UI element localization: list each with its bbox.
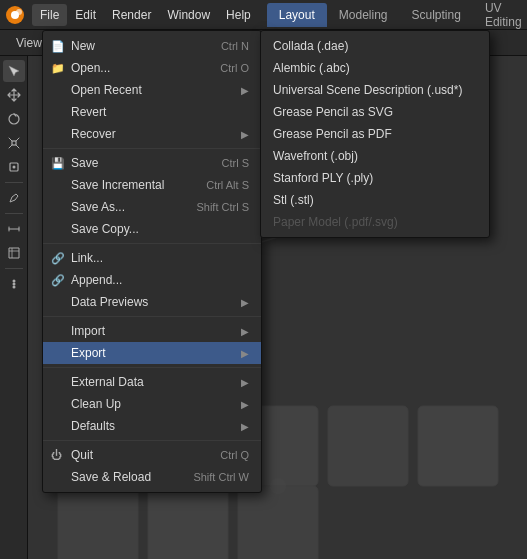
menu-edit[interactable]: Edit — [67, 4, 104, 26]
export-collada[interactable]: Collada (.dae) — [261, 35, 489, 57]
tool-separator-2 — [5, 213, 23, 214]
separator-2 — [43, 243, 261, 244]
tool-annotate[interactable] — [3, 187, 25, 209]
save-icon: 💾 — [51, 157, 65, 170]
menu-new[interactable]: 📄 New Ctrl N — [43, 35, 261, 57]
left-toolbar — [0, 56, 28, 559]
tool-transform[interactable] — [3, 156, 25, 178]
svg-rect-4 — [12, 141, 16, 145]
open-icon: 📁 — [51, 62, 65, 75]
export-arrow: ▶ — [241, 348, 249, 359]
tool-extra[interactable] — [3, 273, 25, 295]
menu-open[interactable]: 📁 Open... Ctrl O — [43, 57, 261, 79]
menu-save-copy[interactable]: Save Copy... — [43, 218, 261, 240]
menu-revert[interactable]: Revert — [43, 101, 261, 123]
file-menu-dropdown: 📄 New Ctrl N 📁 Open... Ctrl O Open Recen… — [42, 30, 262, 493]
svg-rect-15 — [58, 486, 138, 559]
export-alembic[interactable]: Alembic (.abc) — [261, 57, 489, 79]
separator-1 — [43, 148, 261, 149]
svg-point-3 — [9, 114, 19, 124]
svg-rect-13 — [328, 406, 408, 486]
menu-save-reload[interactable]: Save & Reload Shift Ctrl W — [43, 466, 261, 488]
workspace-tabs: Layout Modeling Sculpting UV Editing — [267, 0, 527, 34]
export-wavefront[interactable]: Wavefront (.obj) — [261, 145, 489, 167]
clean-up-arrow: ▶ — [241, 399, 249, 410]
menu-import[interactable]: Import ▶ — [43, 320, 261, 342]
append-icon: 🔗 — [51, 274, 65, 287]
svg-point-2 — [16, 9, 22, 15]
menu-recover[interactable]: Recover ▶ — [43, 123, 261, 145]
new-icon: 📄 — [51, 40, 65, 53]
menu-save[interactable]: 💾 Save Ctrl S — [43, 152, 261, 174]
tool-measure[interactable] — [3, 218, 25, 240]
export-paper-model: Paper Model (.pdf/.svg) — [261, 211, 489, 233]
menu-export[interactable]: Export ▶ — [43, 342, 261, 364]
export-submenu-dropdown: Collada (.dae) Alembic (.abc) Universal … — [260, 30, 490, 238]
tool-transform2[interactable] — [3, 242, 25, 264]
svg-rect-16 — [148, 486, 228, 559]
blender-logo-icon — [4, 4, 26, 26]
defaults-arrow: ▶ — [241, 421, 249, 432]
menu-clean-up[interactable]: Clean Up ▶ — [43, 393, 261, 415]
separator-3 — [43, 316, 261, 317]
tool-separator-1 — [5, 182, 23, 183]
svg-rect-17 — [238, 486, 318, 559]
svg-point-9 — [12, 286, 15, 289]
menu-window[interactable]: Window — [159, 4, 218, 26]
tab-uv-editing[interactable]: UV Editing — [473, 0, 527, 34]
header-left: File Edit Render Window Help — [4, 4, 259, 26]
svg-point-7 — [12, 280, 15, 283]
data-previews-arrow: ▶ — [241, 297, 249, 308]
separator-5 — [43, 440, 261, 441]
menu-quit[interactable]: ⏻ Quit Ctrl Q — [43, 444, 261, 466]
export-grease-svg[interactable]: Grease Pencil as SVG — [261, 101, 489, 123]
link-icon: 🔗 — [51, 252, 65, 265]
import-arrow: ▶ — [241, 326, 249, 337]
menu-help[interactable]: Help — [218, 4, 259, 26]
menu-open-recent[interactable]: Open Recent ▶ — [43, 79, 261, 101]
tab-modeling[interactable]: Modeling — [327, 3, 400, 27]
menu-save-incremental[interactable]: Save Incremental Ctrl Alt S — [43, 174, 261, 196]
menu-data-previews[interactable]: Data Previews ▶ — [43, 291, 261, 313]
svg-rect-14 — [418, 406, 498, 486]
tool-cursor[interactable] — [3, 60, 25, 82]
menu-render[interactable]: Render — [104, 4, 159, 26]
tab-layout[interactable]: Layout — [267, 3, 327, 27]
tab-sculpting[interactable]: Sculpting — [400, 3, 473, 27]
export-usd[interactable]: Universal Scene Description (.usd*) — [261, 79, 489, 101]
export-stl[interactable]: Stl (.stl) — [261, 189, 489, 211]
svg-point-6 — [12, 166, 15, 169]
quit-icon: ⏻ — [51, 449, 62, 461]
menu-file[interactable]: File — [32, 4, 67, 26]
open-recent-arrow: ▶ — [241, 85, 249, 96]
menu-link[interactable]: 🔗 Link... — [43, 247, 261, 269]
tool-scale[interactable] — [3, 132, 25, 154]
svg-point-8 — [12, 283, 15, 286]
tool-move[interactable] — [3, 84, 25, 106]
menu-defaults[interactable]: Defaults ▶ — [43, 415, 261, 437]
menu-save-as[interactable]: Save As... Shift Ctrl S — [43, 196, 261, 218]
tool-separator-3 — [5, 268, 23, 269]
recover-arrow: ▶ — [241, 129, 249, 140]
menu-bar: File Edit Render Window Help — [32, 4, 259, 26]
separator-4 — [43, 367, 261, 368]
export-stanford-ply[interactable]: Stanford PLY (.ply) — [261, 167, 489, 189]
tool-rotate[interactable] — [3, 108, 25, 130]
menu-external-data[interactable]: External Data ▶ — [43, 371, 261, 393]
external-data-arrow: ▶ — [241, 377, 249, 388]
header-bar: File Edit Render Window Help Layout Mode… — [0, 0, 527, 30]
export-grease-pdf[interactable]: Grease Pencil as PDF — [261, 123, 489, 145]
svg-point-20 — [270, 478, 286, 494]
menu-append[interactable]: 🔗 Append... — [43, 269, 261, 291]
